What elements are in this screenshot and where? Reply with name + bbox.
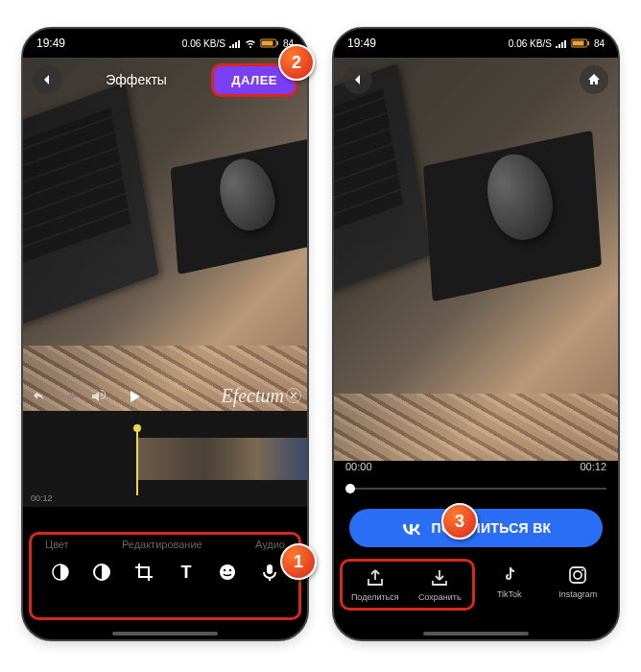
filter-tool[interactable]: [45, 562, 76, 583]
signal-icon: [556, 38, 567, 48]
back-button[interactable]: [33, 65, 61, 94]
svg-rect-12: [587, 41, 589, 45]
callout-2: 2: [278, 44, 315, 81]
callout-1: 1: [280, 543, 317, 580]
playhead[interactable]: [136, 428, 138, 495]
vk-icon: [401, 521, 422, 535]
status-indicators: 0.06 KB/S 84: [182, 38, 294, 49]
video-preview: Efectum ✕: [23, 58, 307, 413]
signal-icon: [229, 38, 241, 48]
status-battery: 84: [594, 38, 605, 49]
status-net: 0.06 KB/S: [182, 38, 226, 49]
status-indicators: 0.06 KB/S 84: [509, 38, 605, 49]
battery-icon: [571, 38, 590, 48]
tiktok-icon: [499, 564, 520, 586]
share-row: Поделиться Сохранить TikTok Instagram: [334, 559, 618, 611]
share-icon: [365, 567, 386, 588]
undo-icon[interactable]: [33, 389, 48, 404]
tab-edit[interactable]: Редактирование: [122, 539, 202, 550]
timeline-timestamp: 00:12: [31, 493, 53, 503]
chevron-left-icon: [351, 73, 365, 86]
smile-icon: [217, 562, 238, 583]
svg-rect-11: [572, 41, 583, 46]
editor-top-bar: Эффекты ДАЛЕЕ: [23, 58, 307, 102]
share-top-bar: [334, 58, 618, 102]
play-icon[interactable]: [127, 389, 142, 404]
timeline-clips[interactable]: [138, 438, 307, 480]
back-button[interactable]: [344, 65, 372, 94]
instagram-label: Instagram: [558, 589, 597, 599]
page-title: Эффекты: [106, 72, 167, 87]
instagram-button[interactable]: Instagram: [544, 559, 613, 611]
player-controls: [23, 380, 307, 413]
tools-panel: Цвет Редактирование Аудио T: [29, 532, 301, 620]
tab-color[interactable]: Цвет: [45, 539, 69, 550]
svg-point-6: [220, 564, 235, 580]
svg-text:T: T: [180, 563, 191, 582]
home-button[interactable]: [580, 65, 608, 94]
phone-editor: 19:49 0.06 KB/S 84 Efectum ✕ Эффекты ДАЛ…: [21, 27, 309, 641]
chevron-left-icon: [40, 73, 54, 86]
share-button[interactable]: Поделиться: [343, 562, 408, 608]
svg-rect-1: [261, 41, 273, 46]
svg-point-8: [229, 569, 231, 571]
status-net: 0.06 KB/S: [509, 38, 552, 49]
time-end: 00:12: [580, 461, 606, 472]
status-bar: 19:49 0.06 KB/S 84: [23, 29, 307, 58]
mic-icon: [259, 562, 280, 583]
seekbar[interactable]: [345, 482, 606, 495]
share-label: Поделиться: [351, 592, 399, 602]
tool-tabs: Цвет Редактирование Аудио: [32, 539, 298, 550]
timeline[interactable]: 00:12: [23, 411, 307, 507]
svg-point-15: [582, 569, 583, 571]
text-icon: T: [176, 562, 197, 583]
contrast-icon: [91, 562, 112, 583]
svg-rect-9: [267, 564, 273, 574]
save-label: Сохранить: [418, 592, 462, 602]
text-tool[interactable]: T: [171, 562, 202, 583]
crop-tool[interactable]: [129, 562, 159, 583]
download-icon: [429, 567, 450, 588]
svg-point-14: [574, 571, 582, 579]
phone-share: 19:49 0.06 KB/S 84 00:00 00:12 ПОДЕЛИТЬС…: [332, 27, 620, 641]
home-icon: [587, 73, 601, 86]
time-row: 00:00 00:12: [345, 461, 606, 472]
svg-rect-2: [276, 41, 278, 45]
home-indicator: [112, 632, 218, 636]
volume-icon[interactable]: [90, 389, 106, 404]
status-bar: 19:49 0.06 KB/S 84: [334, 29, 618, 58]
sticker-tool[interactable]: [212, 562, 243, 583]
video-preview: [334, 58, 618, 461]
contrast-tool[interactable]: [86, 562, 117, 583]
svg-point-7: [224, 569, 226, 571]
battery-icon: [260, 38, 279, 48]
tab-audio[interactable]: Аудио: [255, 539, 285, 550]
tiktok-button[interactable]: TikTok: [475, 559, 544, 611]
time-start: 00:00: [345, 461, 372, 472]
wifi-icon: [245, 38, 256, 48]
crop-icon: [133, 562, 154, 583]
half-circle-icon: [50, 562, 71, 583]
redo-icon[interactable]: [61, 389, 77, 404]
callout-3: 3: [441, 503, 478, 540]
home-indicator: [423, 632, 529, 636]
tiktok-label: TikTok: [497, 589, 522, 599]
status-time: 19:49: [347, 36, 376, 50]
save-button[interactable]: Сохранить: [408, 562, 473, 608]
instagram-icon: [567, 564, 588, 586]
status-time: 19:49: [36, 36, 65, 50]
